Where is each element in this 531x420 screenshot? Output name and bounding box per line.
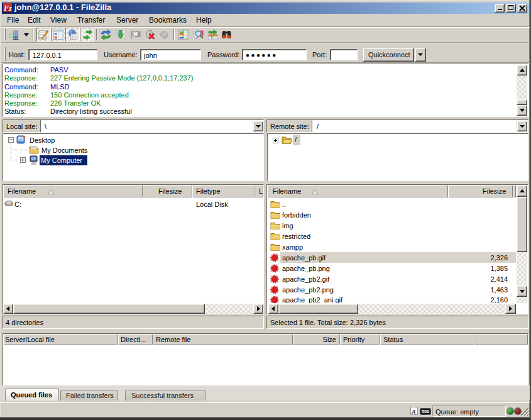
svg-text:500: 500: [422, 409, 430, 414]
svg-text:Fz: Fz: [3, 4, 12, 13]
